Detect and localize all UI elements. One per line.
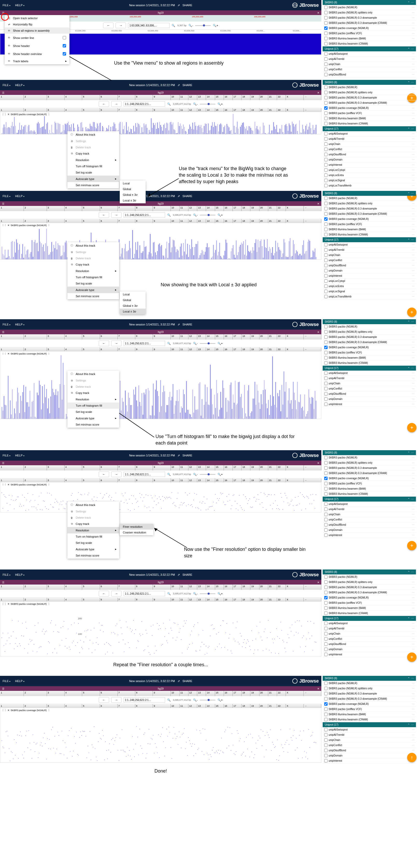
submenu-item[interactable]: Global ± 3σ	[120, 192, 146, 197]
track-drag-icon[interactable]: ⋮⋮	[2, 113, 6, 116]
side-track-item[interactable]: SKBR3 pacbio (NGMLR) 0.3 downsample (CRA…	[323, 590, 416, 595]
side-track-item[interactable]: unipConflict⋯	[323, 386, 416, 391]
side-group-header[interactable]: Uniprot (17)⌃⋯	[323, 126, 416, 131]
side-track-item[interactable]: SKBR3 pacbio (NGMLR) 0.3 downsample (CRA…	[323, 340, 416, 345]
side-group-header[interactable]: Uniprot (17)⌃⋯	[323, 616, 416, 621]
track-menu-item[interactable]: ⧉Copy track	[67, 521, 119, 527]
side-track-item[interactable]: unipChain⋯	[323, 62, 416, 67]
track-menu-item[interactable]: Turn off histogram fill	[67, 274, 119, 280]
side-track-item[interactable]: SKBR3 pacbio (sniffles VCF)⋯	[323, 707, 416, 712]
side-track-item[interactable]: SKBR3 pacbio (NGMLR) splitters only⋯	[323, 460, 416, 466]
side-track-item[interactable]: unipAliTrembl⋯	[323, 247, 416, 253]
location-input[interactable]	[128, 23, 169, 28]
bigwig-track-dots[interactable]: ⋮⋮✕SKBR3 pacbio coverage (NGMLR)⋮ 200 10…	[0, 601, 321, 656]
side-track-item[interactable]: unipChain⋯	[323, 142, 416, 147]
side-track-item[interactable]: unipDomain⋯	[323, 527, 416, 533]
bigwig-track-dots[interactable]: ⋮⋮✕SKBR3 pacbio coverage (NGMLR)⋮	[0, 482, 321, 513]
side-track-item[interactable]: SKBR3 pacbio (NGMLR) splitters only⋯	[323, 580, 416, 585]
help-menu[interactable]: HELP	[15, 194, 24, 197]
side-track-item[interactable]: unipAliTrembl⋯	[323, 732, 416, 738]
side-group-header[interactable]: SKBR3 (8)⌃⋯	[323, 676, 416, 681]
side-track-item[interactable]: unipLocExtra⋯	[323, 173, 416, 178]
search-icon[interactable]: 🔍	[171, 24, 175, 27]
track-menu-item[interactable]: Autoscale type▸	[67, 286, 119, 293]
side-group-header[interactable]: Uniprot (17)⌃⋯	[323, 497, 416, 501]
side-track-item[interactable]: SKBR3 pacbio (NGMLR) splitters only⋯	[323, 686, 416, 691]
side-track-item[interactable]: unipAliTrembl⋯	[323, 57, 416, 62]
side-group-header[interactable]: SKBR3 (8)⌃⋯	[323, 569, 416, 575]
zoom-slider[interactable]	[195, 25, 211, 26]
nav-forward-button[interactable]: →	[116, 23, 126, 28]
side-track-item[interactable]: SKBR3 pacbio (NGMLR) 0.3 downsample⋯	[323, 466, 416, 471]
search-icon[interactable]: 🔍	[167, 102, 171, 106]
share-button[interactable]: SHARE	[183, 4, 192, 7]
side-group-header[interactable]: SKBR3 (8)⌃⋯	[323, 319, 416, 324]
side-track-item[interactable]: unipAliSwissprot⋯	[323, 371, 416, 376]
help-menu[interactable]: HELP	[15, 4, 24, 7]
share-icon[interactable]: ⇗	[178, 4, 180, 7]
side-track-item[interactable]: SKBR3 pacbio coverage (NGMLR)⋯	[323, 26, 416, 31]
track-menu-item[interactable]: Set log scale	[67, 409, 119, 415]
side-track-item[interactable]: unipDisulfBond⋯	[323, 72, 416, 77]
track-menu-item[interactable]: Set min/max score	[67, 422, 119, 428]
side-track-item[interactable]: SKBR3 pacbio coverage (NGMLR)⋯	[323, 702, 416, 707]
help-menu[interactable]: HELP	[15, 84, 24, 87]
side-track-item[interactable]: unipInterest⋯	[323, 273, 416, 279]
view-menu-icon[interactable]: ☰	[2, 91, 4, 94]
side-group-header[interactable]: SKBR3 (8)⌃⋯	[323, 191, 416, 196]
submenu-item[interactable]: Local ± 3σ	[120, 309, 146, 314]
side-track-item[interactable]: SKBR3 pacbio (NGMLR) 0.3 downsample (CRA…	[323, 471, 416, 476]
track-menu-item[interactable]: ⧉Copy track	[67, 390, 119, 396]
side-track-item[interactable]: unipLocSignal⋯	[323, 178, 416, 183]
side-track-item[interactable]: unipInterest⋯	[323, 758, 416, 764]
side-track-item[interactable]: unipConflict⋯	[323, 743, 416, 748]
side-track-item[interactable]: unipDisulfBond⋯	[323, 391, 416, 397]
side-track-item[interactable]: SKBR3 pacbio (NGMLR)⋯	[323, 681, 416, 686]
fab-add-button[interactable]: +	[407, 652, 416, 662]
side-track-item[interactable]: unipLocExtra⋯	[323, 284, 416, 289]
side-track-item[interactable]: SKBR3 illumina bwamem (CRAM)⋯	[323, 361, 416, 366]
side-group-header[interactable]: SKBR3 (8)⌃⋯	[323, 80, 416, 85]
track-menu-item[interactable]: Resolution▸	[67, 527, 119, 533]
side-track-item[interactable]: SKBR3 illumina bwamem (BAM)⋯	[323, 227, 416, 232]
side-track-item[interactable]: SKBR3 illumina bwamem (BAM)⋯	[323, 36, 416, 41]
track-menu-item[interactable]: Turn off histogram fill	[67, 402, 119, 409]
track-menu-item[interactable]: Resolution▸	[67, 268, 119, 274]
side-track-item[interactable]: SKBR3 pacbio (NGMLR)⋯	[323, 5, 416, 10]
side-track-item[interactable]: unipAliSwissprot⋯	[323, 727, 416, 732]
side-track-item[interactable]: SKBR3 pacbio (sniffles VCF)⋯	[323, 31, 416, 36]
submenu-item[interactable]: Local	[120, 181, 146, 186]
side-track-item[interactable]: unipDomain⋯	[323, 397, 416, 402]
side-track-item[interactable]: unipLocTransMemb⋯	[323, 294, 416, 299]
side-track-item[interactable]: SKBR3 pacbio (sniffles VCF)⋯	[323, 222, 416, 227]
close-track-icon[interactable]: ✕	[7, 113, 9, 116]
side-track-item[interactable]: SKBR3 pacbio coverage (NGMLR)⋯	[323, 217, 416, 222]
side-track-item[interactable]: SKBR3 illumina bwamem (BAM)⋯	[323, 606, 416, 611]
chrom-overview[interactable]: 12345678910111213141516171819202122X→	[0, 95, 321, 100]
side-track-item[interactable]: SKBR3 pacbio (NGMLR) 0.3 downsample (CRA…	[323, 21, 416, 26]
bigwig-track[interactable]: ⋮⋮✕SKBR3 pacbio coverage (NGMLR)⋮	[0, 351, 321, 419]
close-view-icon[interactable]: ✕	[317, 91, 319, 94]
track-menu-item[interactable]: Set min/max score	[67, 293, 119, 299]
side-track-item[interactable]: unipDisulfBond⋯	[323, 748, 416, 753]
side-track-item[interactable]: unipChain⋯	[323, 512, 416, 517]
view-menu-item[interactable]: ☰Open track selector	[5, 15, 69, 21]
side-track-item[interactable]: SKBR3 pacbio coverage (NGMLR)⋯	[323, 595, 416, 600]
side-track-item[interactable]: SKBR3 pacbio (NGMLR) splitters only⋯	[323, 90, 416, 95]
side-track-item[interactable]: unipChain⋯	[323, 631, 416, 637]
nav-back-button[interactable]: ←	[103, 23, 114, 28]
side-track-item[interactable]: SKBR3 pacbio (sniffles VCF)⋯	[323, 481, 416, 486]
side-track-item[interactable]: SKBR3 pacbio (NGMLR)⋯	[323, 196, 416, 201]
side-track-item[interactable]: SKBR3 illumina bwamem (BAM)⋯	[323, 116, 416, 121]
side-track-item[interactable]: SKBR3 pacbio (NGMLR) 0.3 downsample (CRA…	[323, 211, 416, 217]
side-group-header[interactable]: Uniprot (17)⌃⋯	[323, 722, 416, 727]
view-menu-item[interactable]: 👁Show center line	[5, 34, 69, 42]
track-menu-item[interactable]: Resolution▸	[67, 157, 119, 163]
side-track-item[interactable]: SKBR3 pacbio (NGMLR) 0.3 downsample⋯	[323, 585, 416, 590]
track-menu-item[interactable]: ⓘAbout this track	[67, 242, 119, 249]
side-group-header[interactable]: SKBR3 (8)⌃⋯	[323, 450, 416, 455]
side-track-item[interactable]: unipDisulfBond⋯	[323, 642, 416, 647]
side-track-item[interactable]: SKBR3 pacbio (NGMLR) splitters only⋯	[323, 201, 416, 206]
side-track-item[interactable]: unipDisulfBond⋯	[323, 263, 416, 268]
track-menu-item[interactable]: Set min/max score	[67, 552, 119, 559]
